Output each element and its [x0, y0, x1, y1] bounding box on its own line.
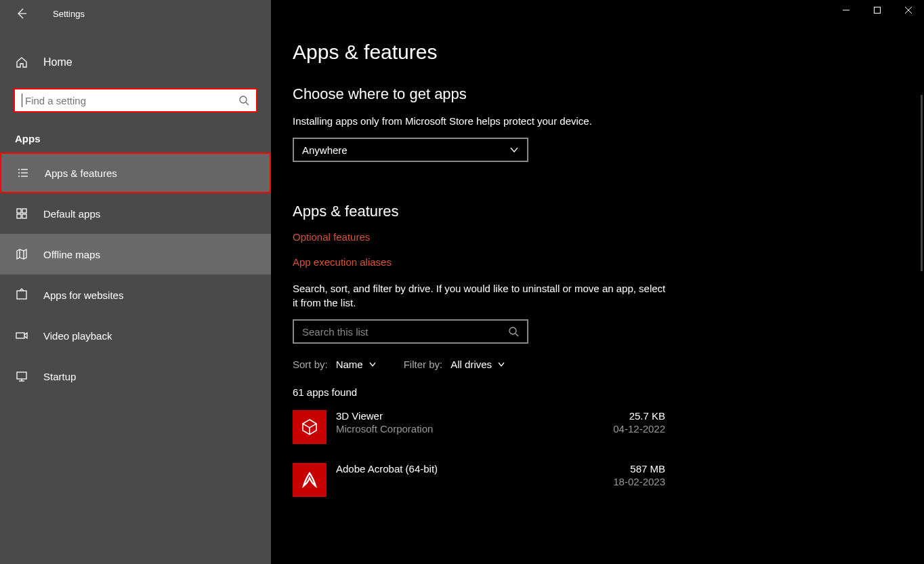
list-search-placeholder: Search this list [302, 326, 508, 338]
svg-line-21 [516, 334, 518, 336]
app-size: 587 MB [613, 463, 665, 475]
app-name: 3D Viewer [336, 410, 613, 422]
sort-by-control[interactable]: Sort by: Name [293, 359, 377, 370]
close-button[interactable] [893, 0, 924, 20]
sort-filter-bar: Sort by: Name Filter by: All drives [293, 359, 924, 370]
app-row[interactable]: 3D Viewer Microsoft Corporation 25.7 KB … [293, 410, 665, 444]
link-optional-features[interactable]: Optional features [293, 231, 924, 243]
app-info: Adobe Acrobat (64-bit) [336, 463, 613, 476]
sort-label: Sort by: [293, 359, 328, 370]
filter-label: Filter by: [404, 359, 443, 370]
window-controls [831, 0, 924, 20]
startup-icon [15, 369, 28, 383]
svg-rect-16 [16, 333, 24, 338]
app-meta: 25.7 KB 04-12-2022 [613, 410, 665, 435]
search-icon [238, 95, 249, 106]
section-heading-source: Choose where to get apps [293, 85, 924, 103]
svg-rect-11 [17, 214, 21, 218]
app-icon-acrobat [293, 463, 327, 497]
svg-point-1 [240, 96, 247, 103]
sidebar-header: Settings [0, 0, 271, 27]
home-label: Home [43, 56, 72, 68]
default-apps-icon [15, 207, 28, 220]
chevron-down-icon [509, 145, 519, 155]
scrollbar[interactable] [921, 95, 923, 271]
window-title: Settings [53, 9, 85, 19]
svg-rect-10 [22, 209, 26, 213]
page-title: Apps & features [293, 41, 924, 64]
category-label: Apps [15, 133, 271, 144]
svg-rect-24 [875, 7, 881, 14]
minimize-button[interactable] [831, 0, 862, 20]
video-playback-icon [15, 329, 28, 342]
main-content: Apps & features Choose where to get apps… [271, 0, 924, 564]
app-size: 25.7 KB [613, 410, 665, 422]
svg-rect-17 [17, 372, 26, 379]
nav-item-apps-websites[interactable]: Apps for websites [0, 275, 271, 315]
apps-websites-icon [15, 288, 28, 302]
svg-rect-12 [22, 214, 26, 218]
offline-maps-icon [15, 247, 28, 261]
app-icon-3d [293, 410, 327, 444]
sort-value: Name [336, 359, 363, 370]
app-row[interactable]: Adobe Acrobat (64-bit) 587 MB 18-02-2023 [293, 463, 665, 497]
chevron-down-icon [497, 361, 505, 369]
app-info: 3D Viewer Microsoft Corporation [336, 410, 613, 435]
home-nav-item[interactable]: Home [0, 46, 271, 79]
maximize-button[interactable] [862, 0, 893, 20]
app-date: 18-02-2023 [613, 476, 665, 487]
nav-item-default-apps[interactable]: Default apps [0, 193, 271, 234]
nav-item-offline-maps[interactable]: Offline maps [0, 234, 271, 275]
svg-line-2 [246, 102, 249, 105]
list-search-input[interactable]: Search this list [293, 319, 528, 344]
nav-item-label: Default apps [43, 208, 100, 220]
section-desc-source: Installing apps only from Microsoft Stor… [293, 114, 672, 128]
app-source-dropdown[interactable]: Anywhere [293, 138, 528, 162]
text-caret [22, 94, 22, 107]
list-desc: Search, sort, and filter by drive. If yo… [293, 281, 672, 310]
nav-item-label: Apps & features [45, 167, 117, 179]
nav-item-startup[interactable]: Startup [0, 356, 271, 397]
search-icon [508, 326, 519, 337]
nav-item-label: Offline maps [43, 249, 100, 260]
search-field[interactable] [25, 95, 238, 106]
app-meta: 587 MB 18-02-2023 [613, 463, 665, 487]
nav-item-apps-features[interactable]: Apps & features [0, 153, 271, 193]
app-publisher: Microsoft Corporation [336, 423, 613, 435]
apps-features-icon [16, 166, 30, 180]
back-arrow-icon[interactable] [15, 7, 27, 20]
search-input[interactable] [14, 88, 257, 113]
filter-by-control[interactable]: Filter by: All drives [404, 359, 505, 370]
home-icon [15, 56, 28, 69]
nav-item-label: Startup [43, 371, 76, 382]
apps-count: 61 apps found [293, 386, 924, 398]
nav-item-label: Apps for websites [43, 289, 123, 301]
dropdown-value: Anywhere [302, 144, 348, 156]
chevron-down-icon [369, 361, 377, 369]
svg-rect-15 [17, 291, 26, 299]
svg-point-20 [509, 327, 516, 334]
filter-value: All drives [450, 359, 492, 370]
nav-item-label: Video playback [43, 330, 112, 342]
app-name: Adobe Acrobat (64-bit) [336, 463, 613, 475]
nav-item-video-playback[interactable]: Video playback [0, 315, 271, 356]
sidebar: Settings Home Apps Apps & features [0, 0, 271, 564]
app-date: 04-12-2022 [613, 423, 665, 435]
svg-rect-9 [17, 209, 21, 213]
section-heading-apps: Apps & features [293, 203, 924, 220]
link-app-execution-aliases[interactable]: App execution aliases [293, 256, 924, 268]
